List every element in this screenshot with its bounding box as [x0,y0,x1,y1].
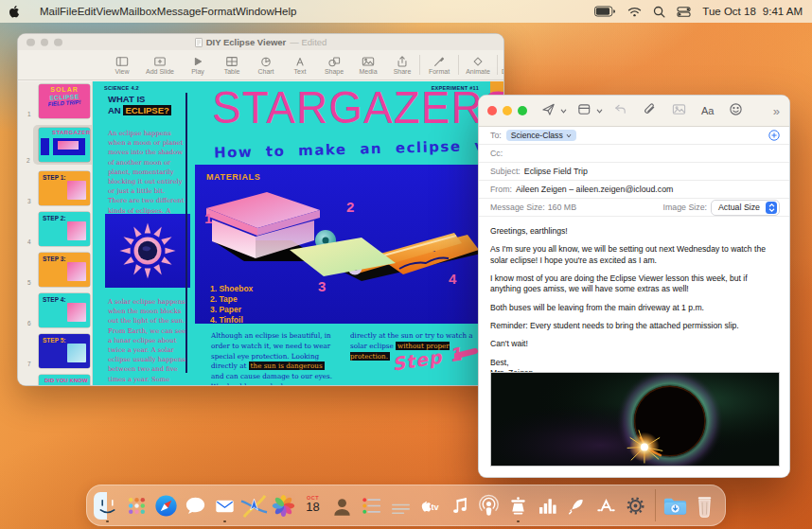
slide-thumbnail[interactable]: STEP 4: [39,293,90,327]
slide-subtitle: How to make an eclipse viewer! [214,135,503,161]
dock-app-trash[interactable] [691,492,718,520]
dock-app-pages[interactable] [563,492,591,520]
menu-item[interactable]: Window [236,6,274,17]
window-controls[interactable] [26,38,62,46]
dock-app-maps[interactable] [240,492,268,520]
keynote-title-bar[interactable]: DIY Eclipse Viewer — Edited [18,34,503,50]
menu-item[interactable]: Format [201,6,235,17]
science-label: SCIENCE 4.2 [104,85,139,91]
materials-box: MATERIALS [195,165,492,324]
zoom-button[interactable] [518,106,527,115]
slide-canvas[interactable]: SCIENCE 4.2 EXPERIMENT #11 WHAT IS AN EC… [93,81,503,385]
slide-thumbnail[interactable]: STARGAZER [39,128,90,162]
mail-toolbar-button[interactable]: Aa [701,105,714,116]
toolbar-button[interactable]: Media [351,55,385,75]
dock-app-contacts[interactable] [328,492,356,520]
dock-app-appletv[interactable]: tv [416,492,444,520]
dock-app-finder[interactable] [94,492,121,520]
toolbar-button[interactable]: Text [283,55,317,75]
menu-item[interactable]: Mailbox [119,6,157,17]
dock-app-safari[interactable] [152,492,180,520]
toolbar-button[interactable]: Table [215,55,249,75]
menu-item[interactable]: Message [157,6,202,17]
mail-toolbar-button[interactable] [643,102,657,120]
window-controls[interactable] [487,106,527,115]
dock-app-downloads[interactable] [662,492,689,520]
dock-app-podcasts[interactable] [475,492,503,520]
sun-eclipse-icon [118,221,177,280]
apple-menu-icon[interactable] [9,5,22,19]
material-number-1: 1 [204,210,212,226]
slide-thumbnail[interactable]: SOLAR ECLIPSE FIELD TRIP! [39,84,90,118]
dock-app-settings[interactable] [622,492,649,520]
dock-app-reminders[interactable] [358,492,385,520]
mail-toolbar-button[interactable] [577,102,591,120]
dock-app-notes[interactable] [387,492,415,520]
body-paragraph: Both buses will be leaving from the main… [490,303,778,313]
subject-value: Eclipse Field Trip [524,167,588,176]
menu-item[interactable]: View [96,6,119,17]
keynote-window[interactable]: DIY Eclipse Viewer — Edited View Add Sli… [17,33,504,386]
slide-number: 2 [26,157,30,164]
wifi-icon[interactable] [627,7,642,17]
close-button[interactable] [487,106,497,115]
from-field[interactable]: From: Aileen Zeigen – aileen.zeigen@iclo… [479,181,789,199]
toolbar-button[interactable]: Share [385,55,419,75]
dock-app-photos[interactable] [270,492,297,520]
dock-app-mail[interactable] [211,492,238,520]
mail-compose-window[interactable]: Aa » To: Science-Class [478,95,790,478]
dock-app-numbers[interactable] [534,492,561,520]
minimize-button[interactable] [503,106,512,115]
menu-item[interactable]: Help [274,6,297,17]
materials-illustration [199,182,483,281]
toolbar-button[interactable]: Add Slide [139,55,181,75]
mail-toolbar-button[interactable] [541,102,556,120]
close-button[interactable] [26,38,35,46]
slide-thumbnail[interactable]: STEP 5: [39,334,90,368]
add-recipient-button[interactable] [768,130,780,141]
toolbar-button[interactable]: Format [419,55,458,75]
battery-icon[interactable] [594,6,616,17]
mail-toolbar-button[interactable] [729,102,743,120]
mail-toolbar-button[interactable] [672,102,686,120]
subject-field[interactable]: Subject: Eclipse Field Trip [479,163,789,181]
mail-toolbar-button[interactable]: » [773,104,780,118]
slide-thumbnail[interactable]: DID YOU KNOW [39,375,90,385]
dock-app-calendar[interactable]: OCT18 [299,492,327,520]
toolbar-button[interactable]: View [105,55,139,75]
dock-app-music[interactable] [446,492,473,520]
toolbar-button[interactable]: Document [497,55,504,75]
slide-thumbnail[interactable]: STEP 3: [39,253,90,287]
image-size-select[interactable]: Actual Size [711,200,780,216]
toolbar-button[interactable]: Animate [458,55,497,75]
materials-list-item: 2. Tape [210,294,253,305]
minimize-button[interactable] [41,38,49,46]
menu-item[interactable]: Mail [40,6,60,17]
recipient-token[interactable]: Science-Class [506,130,576,141]
dock-app-messages[interactable] [182,492,209,520]
proxy-document-icon[interactable] [195,38,203,47]
cc-field[interactable]: Cc: [479,145,789,163]
chevdown-icon [595,102,604,119]
zoom-button[interactable] [54,38,62,46]
slide-thumbnail[interactable]: STEP 2: [39,212,90,246]
eclipse-photo-attachment[interactable] [490,372,780,467]
toolbar-button[interactable]: Chart [249,55,283,75]
control-center-icon[interactable] [677,7,691,17]
dock-app-keynote[interactable] [504,492,532,520]
slide-thumbnail[interactable]: STEP 1: [39,171,90,205]
spotlight-search-icon[interactable] [653,6,665,18]
mail-toolbar-button[interactable] [559,102,568,119]
dock-app-launchpad[interactable] [123,492,150,520]
toolbar-button[interactable]: Play [181,55,215,75]
body-paragraph: As I'm sure you all know, we will be set… [490,244,778,266]
toolbar-button[interactable]: Shape [317,55,351,75]
to-field[interactable]: To: Science-Class [479,127,789,145]
mail-toolbar-button[interactable] [613,102,627,120]
slide-number: 5 [27,279,31,286]
mail-toolbar-button[interactable] [595,102,604,119]
menu-item[interactable]: Edit [78,6,97,17]
menu-item[interactable]: File [60,6,78,17]
dock-app-appstore[interactable] [592,492,620,520]
menu-clock[interactable]: Tue Oct 18 9:41 AM [702,6,803,17]
